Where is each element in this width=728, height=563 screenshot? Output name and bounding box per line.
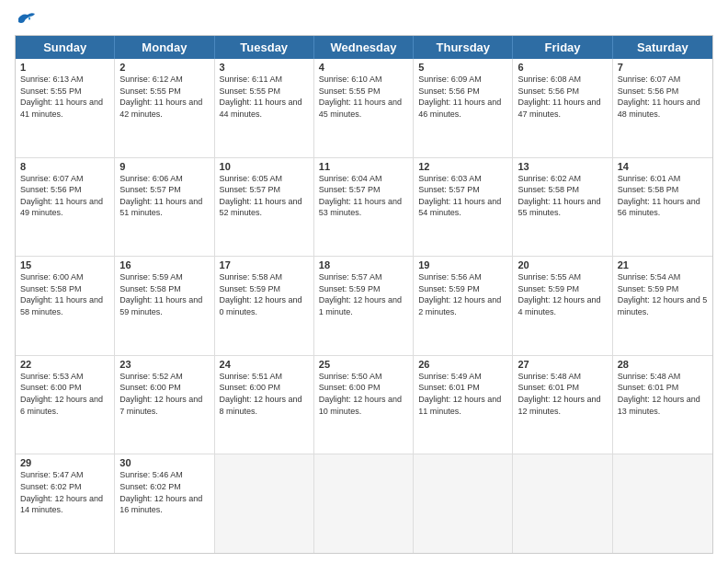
day-number: 8 (20, 161, 109, 172)
day-info: Sunrise: 6:08 AMSunset: 5:56 PMDaylight:… (518, 74, 607, 120)
day-number: 20 (518, 259, 607, 270)
day-info: Sunrise: 5:48 AMSunset: 6:01 PMDaylight:… (518, 371, 607, 417)
day-info: Sunrise: 6:04 AMSunset: 5:57 PMDaylight:… (319, 173, 408, 219)
day-info: Sunrise: 6:00 AMSunset: 5:58 PMDaylight:… (20, 271, 109, 317)
calendar: SundayMondayTuesdayWednesdayThursdayFrid… (15, 35, 713, 554)
calendar-cell: 5Sunrise: 6:09 AMSunset: 5:56 PMDaylight… (414, 59, 513, 157)
header-day-friday: Friday (513, 36, 612, 59)
day-info: Sunrise: 5:54 AMSunset: 5:59 PMDaylight:… (618, 271, 708, 317)
calendar-week-3: 15Sunrise: 6:00 AMSunset: 5:58 PMDayligh… (16, 257, 712, 356)
day-number: 22 (20, 359, 109, 370)
day-number: 26 (418, 359, 507, 370)
calendar-cell: 27Sunrise: 5:48 AMSunset: 6:01 PMDayligh… (513, 356, 612, 454)
day-info: Sunrise: 5:47 AMSunset: 6:02 PMDaylight:… (20, 469, 109, 515)
calendar-cell: 7Sunrise: 6:07 AMSunset: 5:56 PMDaylight… (613, 59, 712, 157)
calendar-header: SundayMondayTuesdayWednesdayThursdayFrid… (16, 36, 712, 59)
day-number: 28 (618, 359, 708, 370)
calendar-cell: 11Sunrise: 6:04 AMSunset: 5:57 PMDayligh… (314, 158, 414, 257)
day-number: 4 (319, 62, 408, 73)
day-number: 13 (518, 161, 607, 172)
calendar-week-2: 8Sunrise: 6:07 AMSunset: 5:56 PMDaylight… (16, 158, 712, 258)
day-info: Sunrise: 6:09 AMSunset: 5:56 PMDaylight:… (418, 74, 507, 120)
header-day-saturday: Saturday (613, 36, 712, 59)
day-number: 1 (20, 62, 109, 73)
day-number: 11 (319, 161, 408, 172)
day-number: 9 (119, 161, 209, 172)
calendar-cell: 23Sunrise: 5:52 AMSunset: 6:00 PMDayligh… (115, 356, 214, 454)
header-day-wednesday: Wednesday (314, 36, 414, 59)
day-number: 24 (220, 359, 309, 370)
day-number: 3 (220, 62, 309, 73)
calendar-cell: 3Sunrise: 6:11 AMSunset: 5:55 PMDaylight… (215, 59, 314, 157)
header-day-sunday: Sunday (16, 36, 115, 59)
day-info: Sunrise: 6:10 AMSunset: 5:55 PMDaylight:… (319, 74, 408, 120)
calendar-cell: 15Sunrise: 6:00 AMSunset: 5:58 PMDayligh… (16, 257, 115, 355)
calendar-cell: 28Sunrise: 5:48 AMSunset: 6:01 PMDayligh… (613, 356, 712, 454)
calendar-cell: 30Sunrise: 5:46 AMSunset: 6:02 PMDayligh… (115, 454, 214, 553)
day-number: 2 (119, 62, 209, 73)
calendar-body: 1Sunrise: 6:13 AMSunset: 5:55 PMDaylight… (16, 59, 712, 553)
day-number: 23 (119, 359, 209, 370)
calendar-cell (414, 454, 513, 553)
header-day-tuesday: Tuesday (215, 36, 314, 59)
day-info: Sunrise: 6:05 AMSunset: 5:57 PMDaylight:… (220, 173, 309, 219)
calendar-cell: 6Sunrise: 6:08 AMSunset: 5:56 PMDaylight… (513, 59, 612, 157)
calendar-cell (613, 454, 712, 553)
header-day-thursday: Thursday (414, 36, 513, 59)
day-info: Sunrise: 5:46 AMSunset: 6:02 PMDaylight:… (119, 469, 209, 515)
calendar-cell: 13Sunrise: 6:02 AMSunset: 5:58 PMDayligh… (513, 158, 612, 257)
header-day-monday: Monday (115, 36, 214, 59)
day-number: 19 (418, 259, 507, 270)
calendar-cell (215, 454, 314, 553)
day-number: 16 (119, 259, 209, 270)
day-number: 10 (220, 161, 309, 172)
day-info: Sunrise: 5:55 AMSunset: 5:59 PMDaylight:… (518, 271, 607, 317)
day-info: Sunrise: 6:06 AMSunset: 5:57 PMDaylight:… (119, 173, 209, 219)
logo-bird-icon (17, 11, 37, 28)
calendar-cell: 25Sunrise: 5:50 AMSunset: 6:00 PMDayligh… (314, 356, 414, 454)
day-number: 12 (418, 161, 507, 172)
day-info: Sunrise: 5:58 AMSunset: 5:59 PMDaylight:… (220, 271, 309, 317)
calendar-cell: 16Sunrise: 5:59 AMSunset: 5:58 PMDayligh… (115, 257, 214, 355)
day-number: 5 (418, 62, 507, 73)
day-info: Sunrise: 6:12 AMSunset: 5:55 PMDaylight:… (119, 74, 209, 120)
day-number: 17 (220, 259, 309, 270)
day-number: 18 (319, 259, 408, 270)
day-info: Sunrise: 5:56 AMSunset: 5:59 PMDaylight:… (418, 271, 507, 317)
calendar-cell: 2Sunrise: 6:12 AMSunset: 5:55 PMDaylight… (115, 59, 214, 157)
calendar-cell: 12Sunrise: 6:03 AMSunset: 5:57 PMDayligh… (414, 158, 513, 257)
calendar-cell: 19Sunrise: 5:56 AMSunset: 5:59 PMDayligh… (414, 257, 513, 355)
day-info: Sunrise: 5:52 AMSunset: 6:00 PMDaylight:… (119, 371, 209, 417)
calendar-cell: 9Sunrise: 6:06 AMSunset: 5:57 PMDaylight… (115, 158, 214, 257)
day-info: Sunrise: 6:13 AMSunset: 5:55 PMDaylight:… (20, 74, 109, 120)
day-number: 6 (518, 62, 607, 73)
calendar-cell: 10Sunrise: 6:05 AMSunset: 5:57 PMDayligh… (215, 158, 314, 257)
calendar-cell: 20Sunrise: 5:55 AMSunset: 5:59 PMDayligh… (513, 257, 612, 355)
day-info: Sunrise: 6:01 AMSunset: 5:58 PMDaylight:… (618, 173, 708, 219)
calendar-cell: 17Sunrise: 5:58 AMSunset: 5:59 PMDayligh… (215, 257, 314, 355)
day-info: Sunrise: 6:07 AMSunset: 5:56 PMDaylight:… (618, 74, 708, 120)
calendar-cell: 24Sunrise: 5:51 AMSunset: 6:00 PMDayligh… (215, 356, 314, 454)
calendar-cell: 21Sunrise: 5:54 AMSunset: 5:59 PMDayligh… (613, 257, 712, 355)
calendar-cell: 29Sunrise: 5:47 AMSunset: 6:02 PMDayligh… (16, 454, 115, 553)
calendar-cell: 8Sunrise: 6:07 AMSunset: 5:56 PMDaylight… (16, 158, 115, 257)
day-number: 25 (319, 359, 408, 370)
calendar-week-4: 22Sunrise: 5:53 AMSunset: 6:00 PMDayligh… (16, 356, 712, 455)
calendar-cell: 22Sunrise: 5:53 AMSunset: 6:00 PMDayligh… (16, 356, 115, 454)
day-number: 7 (618, 62, 708, 73)
day-info: Sunrise: 5:53 AMSunset: 6:00 PMDaylight:… (20, 371, 109, 417)
day-info: Sunrise: 6:03 AMSunset: 5:57 PMDaylight:… (418, 173, 507, 219)
day-info: Sunrise: 6:11 AMSunset: 5:55 PMDaylight:… (220, 74, 309, 120)
day-info: Sunrise: 5:48 AMSunset: 6:01 PMDaylight:… (618, 371, 708, 417)
day-info: Sunrise: 5:50 AMSunset: 6:00 PMDaylight:… (319, 371, 408, 417)
day-number: 27 (518, 359, 607, 370)
day-number: 29 (20, 457, 109, 468)
day-info: Sunrise: 6:07 AMSunset: 5:56 PMDaylight:… (20, 173, 109, 219)
calendar-cell: 18Sunrise: 5:57 AMSunset: 5:59 PMDayligh… (314, 257, 414, 355)
calendar-cell: 14Sunrise: 6:01 AMSunset: 5:58 PMDayligh… (613, 158, 712, 257)
calendar-cell: 1Sunrise: 6:13 AMSunset: 5:55 PMDaylight… (16, 59, 115, 157)
calendar-cell (513, 454, 612, 553)
day-info: Sunrise: 5:49 AMSunset: 6:01 PMDaylight:… (418, 371, 507, 417)
logo (15, 11, 39, 28)
day-info: Sunrise: 5:59 AMSunset: 5:58 PMDaylight:… (119, 271, 209, 317)
